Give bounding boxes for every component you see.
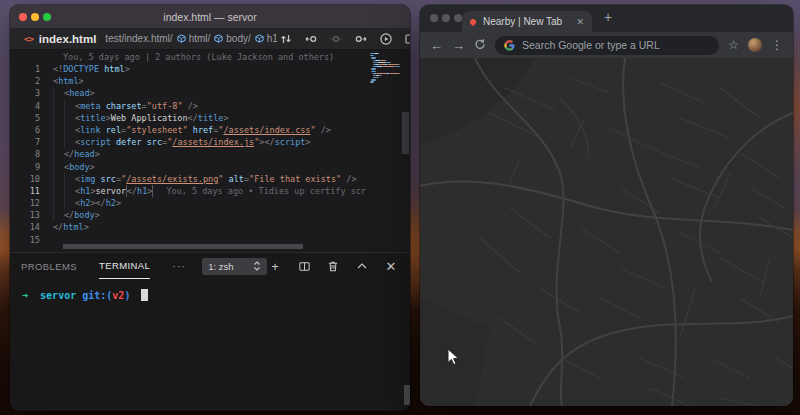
- line-number[interactable]: 11: [10, 185, 40, 197]
- line-number[interactable]: 3: [10, 87, 40, 99]
- line-number[interactable]: 8: [10, 148, 40, 160]
- terminal-cursor: [141, 289, 148, 301]
- vscode-titlebar[interactable]: index.html — servor: [10, 5, 410, 28]
- new-terminal-icon[interactable]: +: [267, 258, 283, 274]
- line-number[interactable]: 4: [10, 100, 40, 112]
- line-number[interactable]: 14: [10, 221, 40, 233]
- code-line-content[interactable]: </html>: [53, 221, 410, 233]
- code-line-content[interactable]: <link rel="stylesheet" href="/assets/ind…: [53, 124, 410, 136]
- new-tab-button[interactable]: +: [604, 9, 612, 25]
- next-change-icon[interactable]: [353, 31, 369, 47]
- line-number[interactable]: 7: [10, 136, 40, 148]
- code-line-content[interactable]: <!DOCTYPE html>: [53, 63, 410, 75]
- code-line[interactable]: 3<head>: [10, 87, 410, 99]
- code-line-content[interactable]: <script defer src="/assets/index.js"></s…: [53, 136, 410, 148]
- terminal[interactable]: ➜ servor git:(v2): [10, 279, 410, 301]
- maximize-panel-icon[interactable]: [354, 258, 370, 274]
- google-logo: [504, 40, 515, 51]
- html-file-icon: <>: [24, 34, 33, 44]
- kill-terminal-icon[interactable]: [325, 258, 341, 274]
- breadcrumb-tag-html[interactable]: html/: [189, 33, 211, 44]
- code-line-content[interactable]: </head>: [53, 148, 410, 160]
- code-line-content[interactable]: <h1>servor</h1>You, 5 days ago • Tidies …: [53, 185, 410, 197]
- code-line[interactable]: 7<script defer src="/assets/index.js"></…: [10, 136, 410, 148]
- current-change-icon[interactable]: [328, 31, 344, 47]
- previous-change-icon[interactable]: [303, 31, 319, 47]
- line-number[interactable]: 9: [10, 161, 40, 173]
- code-line-content[interactable]: <meta charset="utf-8" />: [53, 100, 410, 112]
- compare-changes-icon[interactable]: [278, 31, 294, 47]
- split-terminal-icon[interactable]: [296, 258, 312, 274]
- active-file-name[interactable]: index.html: [39, 33, 97, 45]
- prompt-segment: v2: [112, 290, 124, 301]
- breadcrumb-tag-h1[interactable]: h1: [267, 33, 278, 44]
- code-editor[interactable]: You, 5 days ago | 2 authors (Luke Jackso…: [10, 50, 410, 252]
- tab-terminal[interactable]: TERMINAL: [99, 253, 150, 279]
- breadcrumb-symbol-icon: [214, 34, 223, 43]
- address-bar[interactable]: Search Google or type a URL: [495, 36, 719, 55]
- split-editor-icon[interactable]: [403, 31, 410, 47]
- breadcrumb-symbol-icon: [255, 34, 264, 43]
- dark-map: [420, 58, 793, 406]
- back-icon[interactable]: ←: [430, 39, 443, 52]
- line-number[interactable]: 10: [10, 173, 40, 185]
- code-line[interactable]: 6<link rel="stylesheet" href="/assets/in…: [10, 124, 410, 136]
- forward-icon[interactable]: →: [452, 39, 465, 52]
- code-lines: 1<!DOCTYPE html>2<html>3<head>4<meta cha…: [10, 63, 410, 246]
- code-line[interactable]: 2<html>: [10, 75, 410, 87]
- editor-title-bar: <> index.html test/index.html/ html/ bod…: [10, 28, 410, 50]
- code-line[interactable]: 12<h2></h2>: [10, 197, 410, 209]
- line-number[interactable]: 6: [10, 124, 40, 136]
- bookmark-star-icon[interactable]: ☆: [728, 38, 739, 52]
- zoom-window-button[interactable]: [454, 14, 462, 22]
- traffic-lights-inactive: [430, 14, 462, 22]
- close-tab-icon[interactable]: ✕: [576, 17, 584, 27]
- code-line-content[interactable]: <html>: [53, 75, 410, 87]
- terminal-scrollbar[interactable]: [404, 385, 410, 405]
- close-panel-icon[interactable]: ✕: [383, 258, 399, 274]
- browser-menu-icon[interactable]: ⋮: [771, 38, 783, 52]
- code-line-content[interactable]: <head>: [53, 87, 410, 99]
- code-line[interactable]: 11<h1>servor</h1>You, 5 days ago • Tidie…: [10, 185, 410, 197]
- minimap[interactable]: [370, 53, 400, 86]
- panel-overflow-icon[interactable]: ···: [172, 260, 186, 272]
- terminal-prompt: ➜ servor git:(v2): [22, 289, 410, 301]
- close-window-button[interactable]: [430, 14, 438, 22]
- line-number[interactable]: 12: [10, 197, 40, 209]
- map-pin-favicon: [469, 17, 477, 25]
- line-number[interactable]: 5: [10, 112, 40, 124]
- select-arrows-icon: [253, 260, 261, 272]
- reload-icon[interactable]: [474, 36, 486, 54]
- terminal-shell-select[interactable]: 1: zsh: [202, 258, 267, 275]
- desktop: index.html — servor <> index.html test/i…: [0, 0, 800, 415]
- window-title: index.html — servor: [10, 11, 410, 23]
- code-line[interactable]: 13</body>: [10, 209, 410, 221]
- gitlens-authors-lens[interactable]: You, 5 days ago | 2 authors (Luke Jackso…: [10, 50, 410, 63]
- code-line[interactable]: 8</head>: [10, 148, 410, 160]
- code-line[interactable]: 1<!DOCTYPE html>: [10, 63, 410, 75]
- line-number[interactable]: 1: [10, 63, 40, 75]
- editor-vertical-scrollbar[interactable]: [402, 112, 409, 154]
- editor-horizontal-scrollbar[interactable]: [63, 244, 303, 249]
- tab-problems[interactable]: PROBLEMS: [21, 253, 77, 279]
- browser-tab[interactable]: Nearby | New Tab ✕: [462, 11, 592, 32]
- code-line-content[interactable]: <body>: [53, 161, 410, 173]
- code-line[interactable]: 4<meta charset="utf-8" />: [10, 100, 410, 112]
- line-number[interactable]: 2: [10, 75, 40, 87]
- code-line-content[interactable]: <img src="/assets/exists.png" alt="File …: [53, 173, 410, 185]
- code-line[interactable]: 9<body>: [10, 161, 410, 173]
- code-line[interactable]: 10<img src="/assets/exists.png" alt="Fil…: [10, 173, 410, 185]
- code-line[interactable]: 5<title>Web Application</title>: [10, 112, 410, 124]
- line-number[interactable]: 15: [10, 234, 40, 246]
- code-line-content[interactable]: <h2></h2>: [53, 197, 410, 209]
- profile-avatar[interactable]: [748, 38, 762, 52]
- open-preview-icon[interactable]: [378, 31, 394, 47]
- map-viewport[interactable]: [420, 58, 793, 406]
- line-number[interactable]: 13: [10, 209, 40, 221]
- code-line-content[interactable]: <title>Web Application</title>: [53, 112, 410, 124]
- code-line-content[interactable]: </body>: [53, 209, 410, 221]
- minimize-window-button[interactable]: [442, 14, 450, 22]
- code-line[interactable]: 14</html>: [10, 221, 410, 233]
- breadcrumb-path[interactable]: test/index.html/: [105, 33, 172, 44]
- breadcrumb-tag-body[interactable]: body/: [226, 33, 250, 44]
